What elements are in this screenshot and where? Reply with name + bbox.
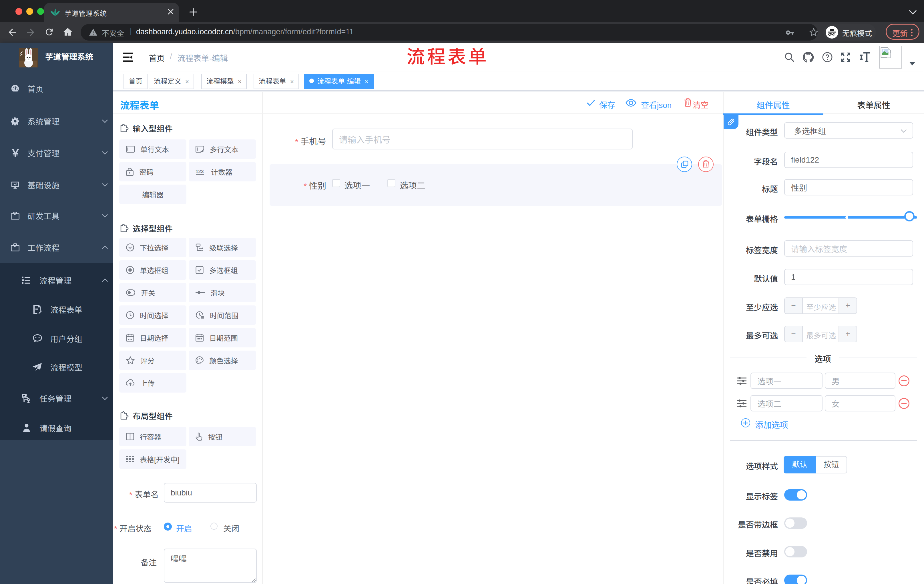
svg-text:123: 123: [196, 169, 203, 174]
